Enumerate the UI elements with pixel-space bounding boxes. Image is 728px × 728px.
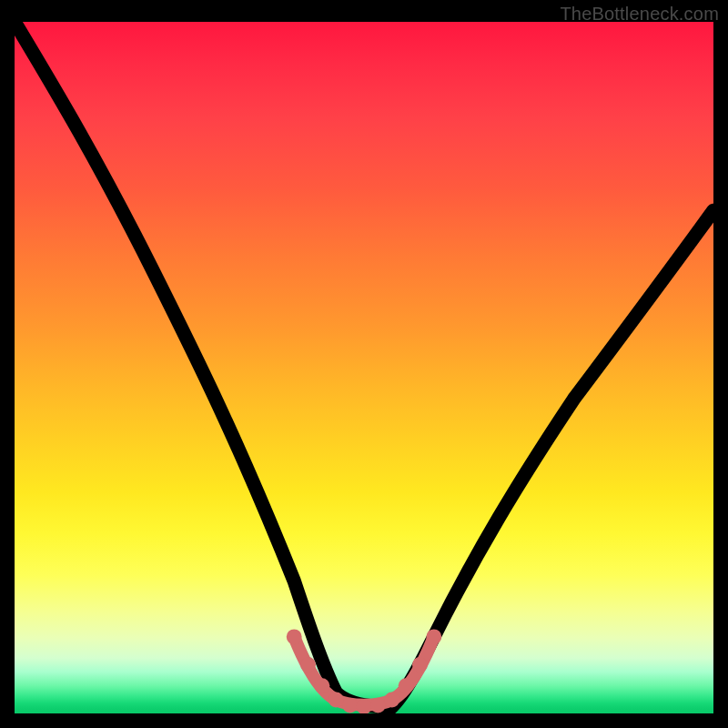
chart-stage: TheBottleneck.com bbox=[0, 0, 728, 728]
svg-point-9 bbox=[412, 657, 428, 672]
svg-point-4 bbox=[342, 698, 358, 713]
svg-point-7 bbox=[384, 693, 399, 708]
bottleneck-curve bbox=[15, 22, 713, 707]
svg-point-6 bbox=[370, 698, 386, 713]
svg-point-1 bbox=[300, 657, 316, 672]
svg-point-3 bbox=[329, 693, 344, 708]
watermark-text: TheBottleneck.com bbox=[560, 4, 719, 25]
svg-point-8 bbox=[399, 678, 414, 693]
curve-layer bbox=[15, 22, 713, 713]
svg-point-0 bbox=[287, 629, 302, 644]
svg-point-10 bbox=[426, 629, 441, 644]
chart-panel bbox=[15, 22, 713, 713]
svg-point-2 bbox=[314, 678, 329, 693]
